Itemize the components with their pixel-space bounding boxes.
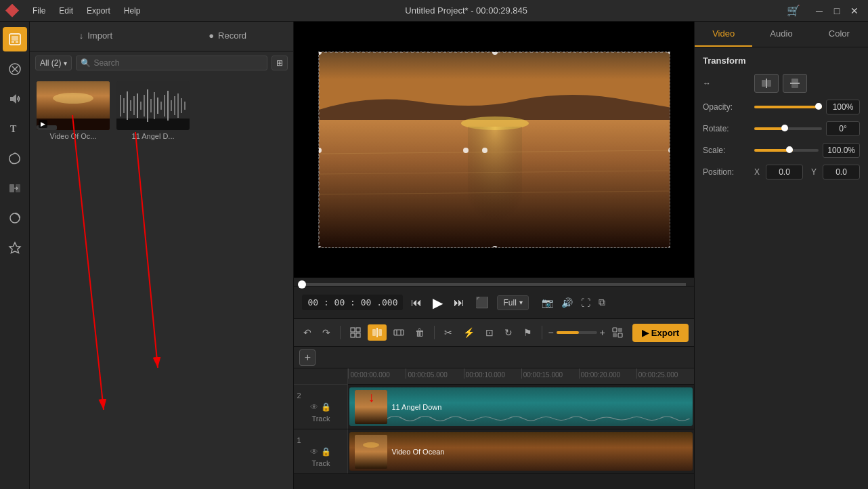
pos-x-input[interactable] — [766, 165, 803, 179]
cut-button[interactable]: ✂ — [440, 324, 456, 341]
sidebar-item-transitions[interactable] — [3, 176, 27, 200]
redo-button[interactable]: ↷ — [318, 324, 334, 341]
media-filter-dropdown[interactable]: All (2) ▾ — [35, 56, 72, 70]
snapshot-button[interactable]: 📷 — [540, 295, 555, 310]
menu-export[interactable]: Export — [81, 5, 116, 17]
preview-area: 00 : 00 : 00 .000 ⏮ ▶ ⏭ ⬛ Full ▾ 📷 🔊 ⛶ ⧉ — [294, 22, 694, 318]
vol-up-button[interactable]: + — [600, 327, 605, 338]
sidebar-item-media[interactable] — [3, 27, 27, 51]
prev-frame-button[interactable]: ⏮ — [408, 294, 425, 312]
center-panel: 00 : 00 : 00 .000 ⏮ ▶ ⏭ ⬛ Full ▾ 📷 🔊 ⛶ ⧉ — [294, 22, 694, 489]
svg-rect-59 — [372, 329, 376, 336]
cart-icon[interactable]: 🛒 — [787, 4, 800, 17]
undo-button[interactable]: ↶ — [299, 324, 316, 341]
ruler-mark-3: 00:00:15.000 — [521, 368, 563, 379]
track-clip-1[interactable]: Video Of Ocean — [349, 432, 693, 471]
scale-slider[interactable] — [754, 149, 819, 152]
track-lock-1[interactable]: 🔒 — [321, 447, 331, 456]
track-content-2[interactable]: ↓ 11 Angel Down — [348, 385, 694, 429]
pip-button[interactable]: ⧉ — [596, 295, 607, 310]
flip-h-button[interactable] — [754, 74, 779, 93]
svg-rect-30 — [167, 91, 169, 121]
track-visibility-2[interactable]: 👁 — [310, 402, 318, 412]
svg-rect-54 — [351, 328, 355, 332]
track-clip-2[interactable]: ↓ 11 Angel Down — [349, 387, 693, 426]
sidebar-item-effects[interactable] — [3, 57, 27, 81]
svg-rect-25 — [150, 99, 152, 112]
menu-help[interactable]: Help — [118, 5, 146, 17]
scale-handle[interactable] — [786, 146, 793, 153]
maximize-button[interactable]: □ — [829, 3, 845, 19]
grid-view-button[interactable]: ⊞ — [272, 56, 288, 70]
fullscreen-button[interactable]: ⛶ — [579, 295, 592, 310]
opacity-handle[interactable] — [815, 103, 822, 110]
preview-video — [294, 22, 694, 278]
titlebar: File Edit Export Help Untitled Project* … — [0, 0, 868, 22]
trim-button[interactable] — [389, 324, 408, 341]
tab-video[interactable]: Video — [695, 22, 752, 47]
svg-rect-64 — [613, 328, 617, 332]
opacity-value: 100% — [826, 100, 860, 114]
tab-audio[interactable]: Audio — [752, 22, 810, 47]
tab-record-label: Record — [218, 30, 246, 41]
stop-button[interactable]: ⬛ — [473, 293, 492, 312]
volume-slider[interactable] — [557, 331, 597, 334]
media-item-audio[interactable]: 11 Angel D... — [116, 81, 190, 140]
marker-button[interactable]: ⚑ — [519, 324, 536, 341]
flip-label: ↔ — [703, 79, 750, 88]
title-left: File Edit Export Help — [5, 4, 146, 18]
sidebar-item-text[interactable]: T — [3, 116, 27, 141]
svg-rect-15 — [116, 119, 190, 130]
track-content-1[interactable]: Video Of Ocean — [348, 429, 694, 473]
export-button[interactable]: ▶ Export — [632, 324, 689, 342]
group-button[interactable] — [346, 324, 365, 341]
minimize-button[interactable]: ─ — [811, 3, 827, 19]
search-box[interactable]: 🔍 — [76, 56, 267, 70]
split-button[interactable] — [368, 324, 387, 341]
media-content: ▶ Video Of Oc... — [30, 75, 293, 489]
rotate-slider[interactable] — [754, 127, 822, 130]
next-frame-button[interactable]: ⏭ — [451, 294, 467, 312]
sidebar-item-filters[interactable] — [3, 206, 27, 230]
menu-file[interactable]: File — [27, 5, 51, 17]
opacity-slider[interactable] — [754, 106, 822, 108]
timeline: + 00:00:00.000 00:00:05.000 00:00:10.000… — [294, 347, 694, 489]
sidebar-item-shapes[interactable] — [3, 146, 27, 171]
svg-rect-57 — [356, 333, 360, 337]
zoom-label: Full — [503, 298, 516, 307]
preview-actions: 📷 🔊 ⛶ ⧉ — [540, 295, 607, 310]
media-item-video[interactable]: ▶ Video Of Oc... — [37, 81, 110, 140]
svg-text:T: T — [10, 124, 17, 134]
scrub-track[interactable] — [302, 283, 686, 286]
mute-button[interactable]: − — [548, 327, 553, 338]
add-track-button[interactable]: + — [299, 349, 316, 366]
sidebar-item-audio[interactable] — [3, 87, 27, 111]
sidebar-item-stickers[interactable] — [3, 236, 27, 260]
settings-button[interactable] — [608, 324, 627, 341]
pos-y-input[interactable] — [823, 165, 860, 179]
flash-button[interactable]: ⚡ — [459, 324, 479, 341]
svg-rect-65 — [618, 328, 622, 332]
play-button[interactable]: ▶ — [430, 292, 446, 314]
search-input[interactable] — [93, 58, 263, 68]
tab-record[interactable]: ● Record — [162, 22, 294, 51]
preview-scrubber[interactable] — [294, 278, 694, 286]
zoom-select[interactable]: Full ▾ — [497, 295, 528, 310]
rotate-handle[interactable] — [781, 125, 788, 131]
track-label-2: Track — [311, 414, 330, 423]
time-display: 00 : 00 : 00 .000 — [302, 295, 403, 310]
crop-button[interactable]: ⊡ — [481, 324, 498, 341]
scrub-handle[interactable] — [298, 280, 306, 289]
tab-color[interactable]: Color — [810, 22, 868, 47]
audio-button[interactable]: 🔊 — [559, 295, 575, 310]
menu-edit[interactable]: Edit — [53, 5, 79, 17]
flip-v-button[interactable] — [783, 74, 807, 93]
rotate-button[interactable]: ↻ — [500, 324, 517, 341]
track-lock-2[interactable]: 🔒 — [321, 402, 331, 412]
svg-rect-27 — [157, 98, 158, 114]
rotate-label: Rotate: — [703, 124, 750, 133]
track-visibility-1[interactable]: 👁 — [310, 447, 318, 456]
tab-import[interactable]: ↓ Import — [30, 22, 162, 51]
delete-button[interactable]: 🗑 — [411, 324, 429, 341]
close-button[interactable]: ✕ — [846, 3, 863, 19]
